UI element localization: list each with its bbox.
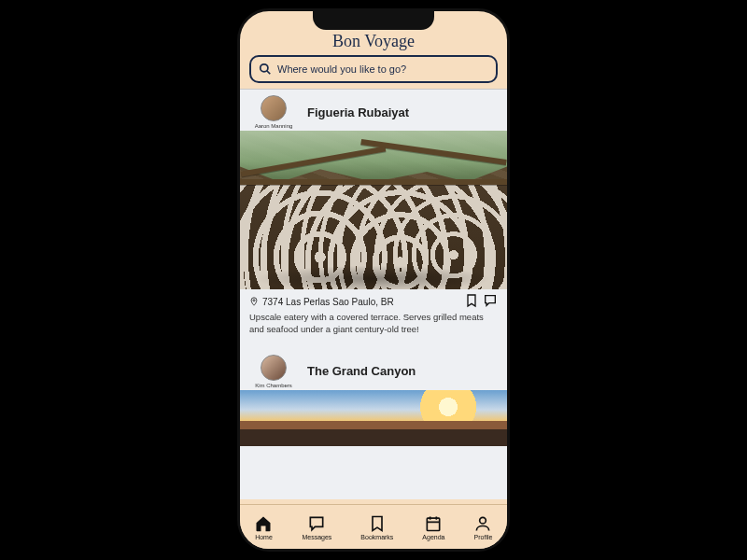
tab-label: Agenda: [422, 534, 444, 540]
svg-point-2: [253, 300, 255, 301]
search-icon: [259, 63, 272, 76]
device-notch: [313, 11, 434, 30]
avatar: [261, 355, 287, 381]
avatar: [261, 95, 287, 121]
post-author[interactable]: Kim Chambers: [249, 355, 298, 388]
feed[interactable]: Aaron Manning Figueria Rubaiyat 7374 Las…: [240, 89, 507, 499]
tab-profile[interactable]: Profile: [473, 514, 492, 540]
post-title: Figueria Rubaiyat: [307, 105, 409, 119]
post-author[interactable]: Aaron Manning: [249, 95, 298, 129]
tab-messages[interactable]: Messages: [302, 514, 331, 540]
comment-button[interactable]: [483, 293, 498, 310]
post-image[interactable]: [240, 131, 507, 289]
search-bar[interactable]: [249, 55, 498, 83]
pin-icon: [249, 296, 259, 307]
post-header: Kim Chambers The Grand Canyon: [240, 349, 507, 390]
author-name: Aaron Manning: [255, 123, 293, 129]
post-address: 7374 Las Perlas Sao Paulo, BR: [262, 297, 394, 307]
svg-point-0: [261, 64, 268, 72]
bookmark-icon: [368, 514, 387, 533]
tab-bookmarks[interactable]: Bookmarks: [360, 514, 393, 540]
tab-agenda[interactable]: Agenda: [422, 514, 444, 540]
comment-icon: [483, 293, 498, 308]
tab-bar: Home Messages Bookmarks Agenda Profile: [240, 504, 507, 549]
tab-label: Messages: [302, 534, 331, 540]
svg-rect-3: [428, 518, 440, 530]
bookmark-button[interactable]: [464, 293, 479, 310]
tab-label: Bookmarks: [360, 534, 393, 540]
post-image[interactable]: [240, 390, 507, 446]
post-header: Aaron Manning Figueria Rubaiyat: [240, 90, 507, 131]
tab-label: Profile: [474, 534, 493, 540]
svg-point-7: [480, 517, 486, 524]
profile-icon: [473, 514, 492, 533]
home-icon: [254, 514, 273, 533]
post-title: The Grand Canyon: [307, 364, 416, 378]
bookmark-icon: [464, 293, 479, 308]
tab-home[interactable]: Home: [254, 514, 273, 540]
messages-icon: [307, 514, 326, 533]
phone-frame: Bon Voyage Aaron Manning Figueria Rubaiy…: [237, 8, 510, 552]
post-meta: 7374 Las Perlas Sao Paulo, BR: [240, 289, 507, 310]
feed-post: Aaron Manning Figueria Rubaiyat 7374 Las…: [240, 90, 507, 343]
svg-line-1: [267, 71, 271, 75]
agenda-icon: [424, 514, 443, 533]
author-name: Kim Chambers: [255, 383, 292, 388]
tab-label: Home: [255, 534, 273, 540]
post-description: Upscale eatery with a covered terrace. S…: [240, 310, 507, 343]
feed-post: Kim Chambers The Grand Canyon: [240, 349, 507, 446]
search-input[interactable]: [277, 63, 488, 75]
